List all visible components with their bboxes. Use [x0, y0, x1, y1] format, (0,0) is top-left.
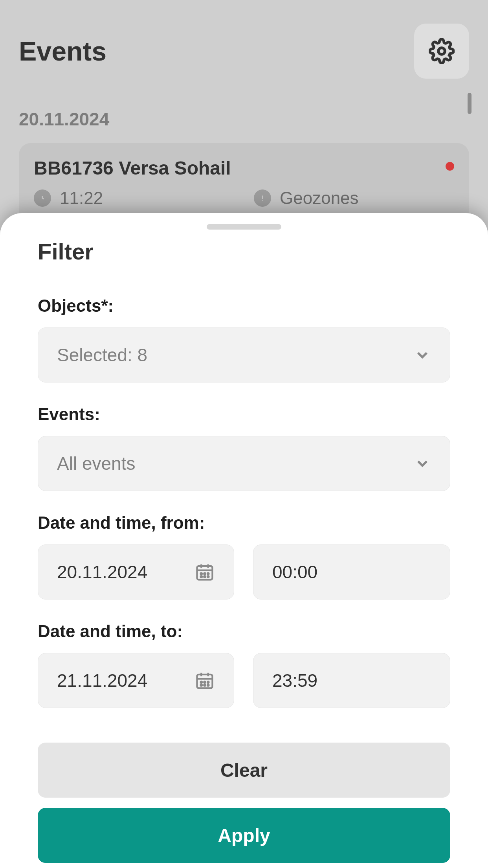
chevron-down-icon: [414, 346, 431, 364]
svg-point-21: [207, 682, 209, 683]
svg-point-10: [204, 573, 205, 574]
apply-button-label: Apply: [218, 825, 270, 846]
from-date-input[interactable]: 20.11.2024: [38, 544, 234, 600]
svg-point-22: [201, 684, 202, 686]
svg-point-0: [438, 48, 445, 55]
to-time-input[interactable]: 23:59: [253, 653, 450, 708]
event-category: Geozones: [280, 188, 359, 208]
from-label: Date and time, from:: [38, 513, 450, 533]
svg-point-9: [201, 573, 202, 574]
objects-value: Selected: 8: [57, 344, 147, 366]
info-icon: [254, 189, 271, 207]
settings-button[interactable]: [414, 24, 469, 79]
to-date-input[interactable]: 21.11.2024: [38, 653, 234, 708]
svg-point-14: [207, 576, 209, 577]
page-title: Events: [19, 36, 106, 66]
svg-point-12: [201, 576, 202, 577]
status-dot-icon: [446, 162, 454, 171]
clock-icon: [34, 189, 51, 207]
objects-label: Objects*:: [38, 296, 450, 316]
filter-title: Filter: [38, 238, 450, 265]
clear-button-label: Clear: [220, 760, 268, 781]
svg-point-20: [204, 682, 205, 683]
from-time-input[interactable]: 00:00: [253, 544, 450, 600]
svg-rect-3: [262, 196, 263, 199]
from-date-value: 20.11.2024: [57, 561, 147, 583]
to-time-value: 23:59: [272, 670, 317, 691]
svg-point-13: [204, 576, 205, 577]
event-card-title: BB61736 Versa Sohail: [34, 157, 454, 179]
from-time-value: 00:00: [272, 561, 317, 583]
clear-button[interactable]: Clear: [38, 743, 450, 798]
svg-point-11: [207, 573, 209, 574]
chevron-down-icon: [414, 455, 431, 472]
date-header: 20.11.2024: [19, 108, 109, 130]
objects-select[interactable]: Selected: 8: [38, 327, 450, 383]
svg-point-19: [201, 682, 202, 683]
sheet-grabber[interactable]: [207, 224, 281, 230]
apply-button[interactable]: Apply: [38, 808, 450, 863]
calendar-icon: [194, 670, 215, 691]
events-value: All events: [57, 453, 135, 474]
scrollbar-thumb[interactable]: [468, 93, 471, 114]
to-date-value: 21.11.2024: [57, 670, 147, 691]
svg-rect-4: [262, 200, 263, 200]
svg-point-23: [204, 684, 205, 686]
event-card[interactable]: BB61736 Versa Sohail 11:22 Geozones: [19, 143, 469, 222]
filter-sheet: Filter Objects*: Selected: 8 Events: All…: [0, 213, 488, 868]
events-select[interactable]: All events: [38, 436, 450, 491]
svg-point-24: [207, 684, 209, 686]
event-time: 11:22: [60, 188, 103, 208]
gear-icon: [429, 38, 455, 64]
to-label: Date and time, to:: [38, 622, 450, 641]
calendar-icon: [194, 562, 215, 582]
events-label: Events:: [38, 405, 450, 424]
